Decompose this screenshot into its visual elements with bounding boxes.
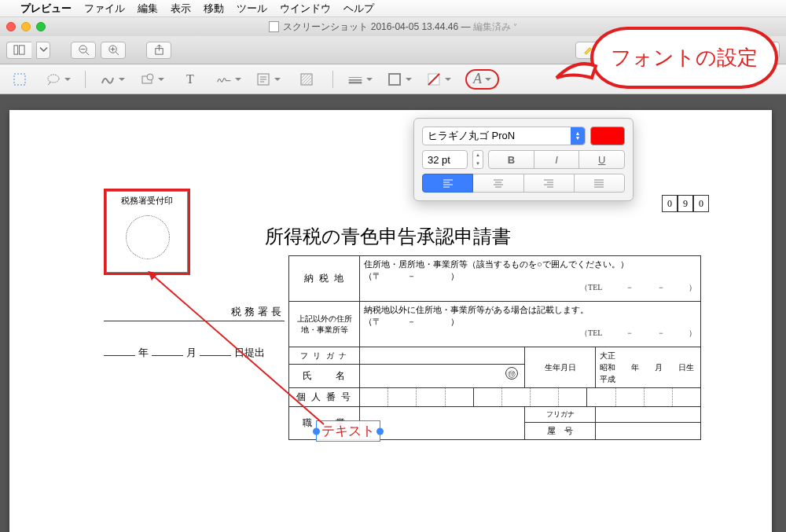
row-label: 納 税 地 bbox=[289, 256, 360, 302]
row-label: 氏 名 bbox=[289, 365, 360, 388]
menu-help[interactable]: ヘルプ bbox=[343, 2, 374, 16]
line-style-tool[interactable] bbox=[347, 69, 373, 90]
seal-icon: ㊞ bbox=[505, 367, 518, 380]
row-label: 個 人 番 号 bbox=[289, 388, 360, 407]
font-popover: ヒラギノ丸ゴ ProN ▲▼ 32 pt ▲▼ B I U bbox=[413, 118, 634, 201]
border-color-tool[interactable] bbox=[387, 69, 412, 90]
menu-app[interactable]: プレビュー bbox=[20, 2, 72, 16]
mask-tool[interactable] bbox=[295, 69, 318, 90]
svg-rect-27 bbox=[389, 74, 400, 85]
stamp-highlight: 税務署受付印 bbox=[104, 189, 190, 275]
minimize-button[interactable] bbox=[21, 22, 31, 31]
svg-rect-1 bbox=[20, 46, 25, 54]
form-number-boxes: 0 9 0 bbox=[662, 195, 709, 212]
resize-handle-right[interactable] bbox=[376, 427, 384, 435]
svg-line-3 bbox=[86, 52, 89, 55]
text-tool[interactable]: T bbox=[178, 69, 202, 90]
font-size-input[interactable]: 32 pt bbox=[422, 150, 468, 169]
num-box: 0 bbox=[693, 195, 709, 212]
resize-handle-left[interactable] bbox=[313, 427, 320, 435]
font-tool[interactable]: A bbox=[465, 69, 499, 90]
menubar: プレビュー ファイル 編集 表示 移動 ツール ウインドウ ヘルプ bbox=[0, 0, 786, 17]
date-row: 年 月 日提出 bbox=[104, 346, 285, 360]
row-label: 上記以外の住所地・事業所等 bbox=[289, 302, 360, 347]
annotation-text: テキスト bbox=[321, 424, 375, 438]
furigana-label: フリガナ bbox=[525, 407, 596, 423]
zoom-out-button[interactable] bbox=[71, 42, 96, 59]
callout-annotation: フォントの設定 bbox=[590, 27, 778, 89]
window-title: スクリーンショット 2016-04-05 13.44.46 bbox=[283, 20, 458, 34]
office-row: 税務署長 bbox=[104, 305, 285, 321]
zoom-button[interactable] bbox=[36, 22, 46, 31]
form-title: 所得税の青色申告承認申請書 bbox=[265, 224, 511, 249]
svg-point-17 bbox=[147, 74, 153, 80]
view-mode-dropdown[interactable] bbox=[36, 42, 50, 59]
svg-rect-0 bbox=[14, 46, 18, 54]
zoom-in-button[interactable] bbox=[101, 42, 126, 59]
font-color-swatch[interactable] bbox=[590, 127, 625, 145]
menu-view[interactable]: 表示 bbox=[171, 2, 191, 16]
menu-go[interactable]: 移動 bbox=[204, 2, 224, 16]
font-family-select[interactable]: ヒラギノ丸ゴ ProN ▲▼ bbox=[422, 127, 586, 145]
align-center-button[interactable] bbox=[472, 174, 523, 193]
align-left-button[interactable] bbox=[422, 174, 473, 193]
furigana-label: フ リ ガ ナ bbox=[289, 347, 360, 365]
view-mode-button[interactable] bbox=[6, 42, 31, 59]
edited-label[interactable]: 編集済み bbox=[473, 20, 517, 34]
shapes-tool[interactable] bbox=[139, 69, 164, 90]
italic-button[interactable]: I bbox=[534, 150, 580, 169]
stamp-label: 税務署受付印 bbox=[107, 192, 187, 207]
menu-tools[interactable]: ツール bbox=[237, 2, 267, 16]
num-box: 0 bbox=[662, 195, 678, 212]
menu-window[interactable]: ウインドウ bbox=[280, 2, 331, 16]
svg-rect-23 bbox=[301, 74, 312, 85]
select-tool[interactable] bbox=[8, 69, 31, 90]
svg-rect-14 bbox=[14, 74, 25, 85]
fill-color-tool[interactable] bbox=[426, 69, 451, 90]
form-table: 納 税 地 住所地・居所地・事業所等（該当するものを○で囲んでください。） （〒… bbox=[288, 255, 701, 440]
callout-text: フォントの設定 bbox=[590, 27, 778, 89]
document-icon bbox=[269, 21, 279, 32]
bold-button[interactable]: B bbox=[488, 150, 534, 169]
shop-label: 屋 号 bbox=[525, 423, 596, 440]
document-page: 0 9 0 税務署受付印 所得税の青色申告承認申請書 税務署長 年 月 日提出 … bbox=[9, 110, 772, 532]
align-right-button[interactable] bbox=[523, 174, 575, 193]
menu-edit[interactable]: 編集 bbox=[138, 2, 158, 16]
font-size-stepper[interactable]: ▲▼ bbox=[472, 150, 483, 169]
align-justify-button[interactable] bbox=[574, 174, 625, 193]
traffic-lights bbox=[6, 22, 46, 31]
num-box: 9 bbox=[678, 195, 693, 212]
menu-file[interactable]: ファイル bbox=[84, 2, 125, 16]
lasso-tool[interactable] bbox=[46, 69, 71, 90]
stamp-circle bbox=[126, 215, 170, 259]
close-button[interactable] bbox=[6, 22, 16, 31]
note-tool[interactable] bbox=[255, 69, 281, 90]
underline-button[interactable]: U bbox=[578, 150, 625, 169]
share-button[interactable] bbox=[146, 42, 171, 59]
svg-line-6 bbox=[116, 52, 119, 55]
sign-tool[interactable] bbox=[216, 69, 241, 90]
document-area[interactable]: 0 9 0 税務署受付印 所得税の青色申告承認申請書 税務署長 年 月 日提出 … bbox=[0, 94, 786, 532]
birth-label: 生年月日 bbox=[525, 347, 596, 388]
sketch-tool[interactable] bbox=[100, 69, 125, 90]
svg-point-15 bbox=[48, 75, 59, 83]
text-annotation[interactable]: テキスト bbox=[316, 420, 380, 442]
